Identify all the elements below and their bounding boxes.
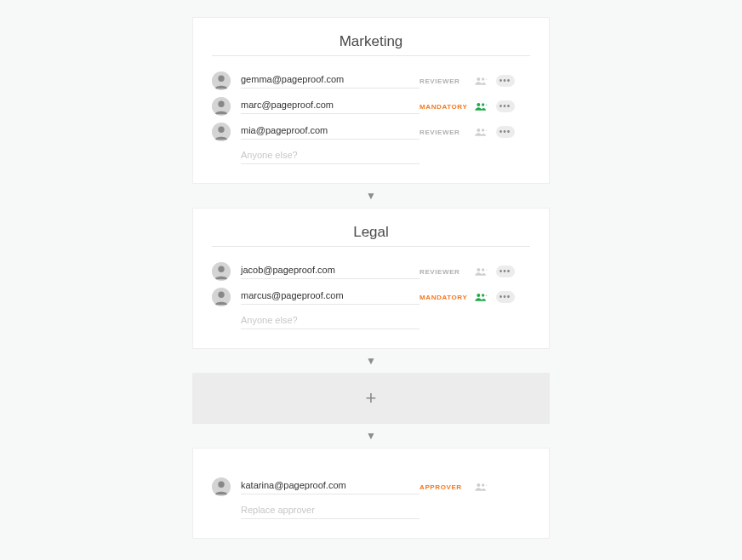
svg-point-18 (482, 268, 484, 271)
svg-text:+: + (485, 483, 488, 487)
step-title: Marketing (212, 33, 530, 50)
member-email: marc@pageproof.com (241, 100, 420, 110)
avatar (212, 71, 231, 90)
member-row: katarina@pageproof.com APPROVER + (212, 474, 530, 500)
svg-point-7 (477, 103, 480, 106)
svg-point-6 (218, 101, 224, 107)
member-row: marc@pageproof.com MANDATORY + ••• (212, 94, 530, 119)
ellipsis-icon: ••• (499, 102, 511, 111)
plus-icon: + (366, 387, 377, 409)
more-button[interactable]: ••• (496, 126, 515, 138)
workflow-step-marketing: Marketing gemma@pageproof.com REVIEWER +… (192, 17, 550, 184)
member-email: mia@pageproof.com (241, 125, 420, 135)
more-button[interactable]: ••• (496, 266, 515, 277)
workflow-step-legal: Legal jacob@pageproof.com REVIEWER + •••… (192, 208, 550, 349)
add-member-placeholder: Anyone else? (241, 150, 420, 160)
svg-point-2 (477, 77, 480, 81)
svg-point-23 (482, 294, 484, 296)
svg-text:+: + (485, 77, 488, 81)
svg-point-26 (218, 482, 224, 488)
avatar (212, 477, 231, 496)
member-email: jacob@pageproof.com (241, 265, 420, 275)
svg-point-16 (218, 266, 224, 272)
chevron-down-icon: ▼ (192, 184, 550, 208)
add-member-input[interactable]: Anyone else? (212, 150, 420, 164)
group-icon[interactable]: + (471, 73, 491, 89)
chevron-down-icon: ▼ (192, 424, 550, 448)
add-member-input[interactable]: Anyone else? (212, 315, 420, 329)
divider (212, 55, 530, 56)
step-title: Legal (212, 224, 530, 241)
email-field[interactable]: marcus@pageproof.com (241, 290, 420, 305)
group-icon[interactable]: + (471, 99, 491, 114)
svg-point-8 (482, 103, 484, 106)
avatar (212, 288, 231, 306)
member-email: gemma@pageproof.com (241, 74, 420, 84)
role-toggle[interactable]: MANDATORY (420, 294, 471, 301)
svg-point-28 (482, 483, 484, 486)
svg-point-3 (482, 77, 484, 80)
svg-text:+: + (485, 267, 488, 271)
group-icon[interactable]: + (471, 264, 491, 279)
role-label: APPROVER (420, 483, 471, 491)
svg-text:+: + (485, 293, 488, 297)
avatar (212, 97, 231, 116)
replace-approver-placeholder: Replace approver (241, 505, 420, 515)
member-row: jacob@pageproof.com REVIEWER + ••• (212, 259, 530, 284)
ellipsis-icon: ••• (499, 293, 511, 301)
add-step-button[interactable]: + (192, 373, 550, 424)
role-toggle[interactable]: REVIEWER (420, 77, 471, 85)
more-button[interactable]: ••• (496, 291, 515, 303)
svg-point-11 (218, 127, 224, 133)
svg-point-13 (482, 129, 484, 131)
member-row: marcus@pageproof.com MANDATORY + ••• (212, 284, 530, 310)
svg-point-21 (218, 292, 224, 298)
svg-point-12 (477, 129, 480, 132)
member-row: mia@pageproof.com REVIEWER + ••• (212, 119, 530, 145)
more-button[interactable]: ••• (496, 75, 515, 87)
svg-point-22 (477, 294, 480, 297)
role-toggle[interactable]: REVIEWER (420, 129, 471, 136)
group-icon[interactable]: + (471, 479, 491, 494)
svg-point-1 (218, 76, 224, 82)
replace-approver-input[interactable]: Replace approver (212, 505, 420, 519)
email-field[interactable]: katarina@pageproof.com (241, 480, 420, 494)
avatar (212, 123, 231, 141)
email-field[interactable]: gemma@pageproof.com (241, 74, 420, 89)
ellipsis-icon: ••• (499, 267, 511, 276)
role-toggle[interactable]: MANDATORY (420, 103, 471, 111)
email-field[interactable]: jacob@pageproof.com (241, 265, 420, 279)
workflow-step-approver: katarina@pageproof.com APPROVER + Replac… (192, 448, 550, 539)
svg-point-27 (477, 483, 480, 487)
member-email: katarina@pageproof.com (241, 480, 420, 490)
ellipsis-icon: ••• (499, 128, 511, 136)
add-member-placeholder: Anyone else? (241, 315, 420, 325)
svg-text:+: + (485, 128, 488, 132)
member-email: marcus@pageproof.com (241, 290, 420, 300)
member-row: gemma@pageproof.com REVIEWER + ••• (212, 68, 530, 94)
email-field[interactable]: mia@pageproof.com (241, 125, 420, 140)
role-toggle[interactable]: REVIEWER (420, 268, 471, 276)
ellipsis-icon: ••• (499, 77, 511, 85)
divider (212, 246, 530, 247)
avatar (212, 262, 231, 281)
group-icon[interactable]: + (471, 289, 491, 305)
svg-text:+: + (485, 102, 488, 106)
email-field[interactable]: marc@pageproof.com (241, 100, 420, 114)
more-button[interactable]: ••• (496, 100, 515, 112)
chevron-down-icon: ▼ (192, 349, 550, 373)
group-icon[interactable]: + (471, 124, 491, 140)
svg-point-17 (477, 268, 480, 271)
